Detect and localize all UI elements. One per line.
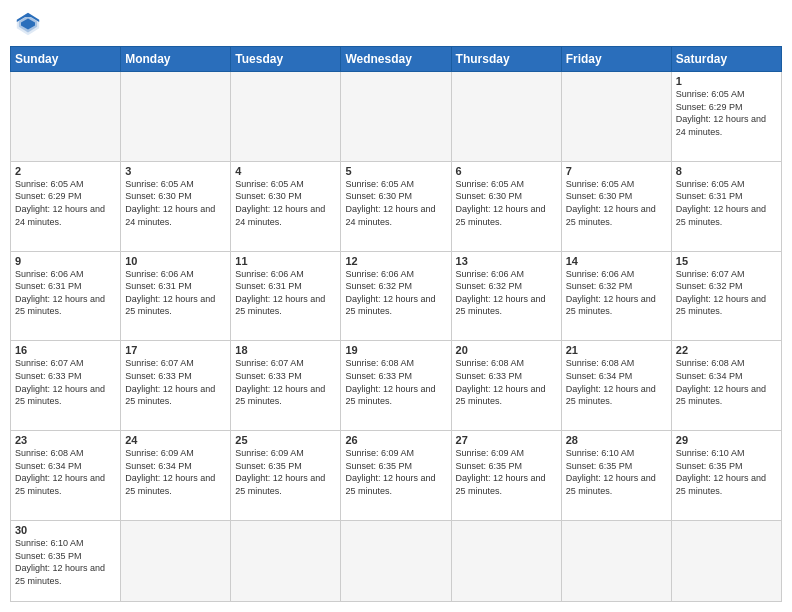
calendar-week-0: 1Sunrise: 6:05 AM Sunset: 6:29 PM Daylig… (11, 72, 782, 162)
day-info: Sunrise: 6:06 AM Sunset: 6:31 PM Dayligh… (125, 268, 226, 318)
calendar-week-1: 2Sunrise: 6:05 AM Sunset: 6:29 PM Daylig… (11, 161, 782, 251)
day-number: 5 (345, 165, 446, 177)
day-info: Sunrise: 6:06 AM Sunset: 6:32 PM Dayligh… (566, 268, 667, 318)
calendar-cell: 8Sunrise: 6:05 AM Sunset: 6:31 PM Daylig… (671, 161, 781, 251)
day-number: 17 (125, 344, 226, 356)
calendar: SundayMondayTuesdayWednesdayThursdayFrid… (10, 46, 782, 602)
day-number: 23 (15, 434, 116, 446)
day-info: Sunrise: 6:07 AM Sunset: 6:33 PM Dayligh… (235, 357, 336, 407)
header (10, 10, 782, 38)
day-info: Sunrise: 6:08 AM Sunset: 6:34 PM Dayligh… (566, 357, 667, 407)
day-number: 22 (676, 344, 777, 356)
day-info: Sunrise: 6:08 AM Sunset: 6:33 PM Dayligh… (456, 357, 557, 407)
day-info: Sunrise: 6:05 AM Sunset: 6:30 PM Dayligh… (566, 178, 667, 228)
calendar-cell: 27Sunrise: 6:09 AM Sunset: 6:35 PM Dayli… (451, 431, 561, 521)
day-info: Sunrise: 6:07 AM Sunset: 6:33 PM Dayligh… (15, 357, 116, 407)
day-header-tuesday: Tuesday (231, 47, 341, 72)
day-number: 25 (235, 434, 336, 446)
calendar-cell: 25Sunrise: 6:09 AM Sunset: 6:35 PM Dayli… (231, 431, 341, 521)
day-info: Sunrise: 6:10 AM Sunset: 6:35 PM Dayligh… (676, 447, 777, 497)
calendar-cell: 22Sunrise: 6:08 AM Sunset: 6:34 PM Dayli… (671, 341, 781, 431)
calendar-cell: 29Sunrise: 6:10 AM Sunset: 6:35 PM Dayli… (671, 431, 781, 521)
day-info: Sunrise: 6:09 AM Sunset: 6:34 PM Dayligh… (125, 447, 226, 497)
day-number: 14 (566, 255, 667, 267)
calendar-cell: 17Sunrise: 6:07 AM Sunset: 6:33 PM Dayli… (121, 341, 231, 431)
calendar-cell (561, 72, 671, 162)
day-number: 7 (566, 165, 667, 177)
day-header-saturday: Saturday (671, 47, 781, 72)
calendar-week-4: 23Sunrise: 6:08 AM Sunset: 6:34 PM Dayli… (11, 431, 782, 521)
day-info: Sunrise: 6:06 AM Sunset: 6:32 PM Dayligh… (345, 268, 446, 318)
day-number: 13 (456, 255, 557, 267)
day-number: 10 (125, 255, 226, 267)
day-info: Sunrise: 6:05 AM Sunset: 6:30 PM Dayligh… (235, 178, 336, 228)
calendar-week-5: 30Sunrise: 6:10 AM Sunset: 6:35 PM Dayli… (11, 520, 782, 601)
calendar-cell: 24Sunrise: 6:09 AM Sunset: 6:34 PM Dayli… (121, 431, 231, 521)
day-number: 4 (235, 165, 336, 177)
day-info: Sunrise: 6:06 AM Sunset: 6:31 PM Dayligh… (235, 268, 336, 318)
calendar-cell: 9Sunrise: 6:06 AM Sunset: 6:31 PM Daylig… (11, 251, 121, 341)
page: SundayMondayTuesdayWednesdayThursdayFrid… (0, 0, 792, 612)
day-info: Sunrise: 6:10 AM Sunset: 6:35 PM Dayligh… (566, 447, 667, 497)
day-info: Sunrise: 6:08 AM Sunset: 6:34 PM Dayligh… (676, 357, 777, 407)
calendar-cell: 23Sunrise: 6:08 AM Sunset: 6:34 PM Dayli… (11, 431, 121, 521)
day-header-sunday: Sunday (11, 47, 121, 72)
logo-icon (14, 10, 42, 38)
calendar-cell: 12Sunrise: 6:06 AM Sunset: 6:32 PM Dayli… (341, 251, 451, 341)
day-number: 28 (566, 434, 667, 446)
day-header-monday: Monday (121, 47, 231, 72)
day-number: 3 (125, 165, 226, 177)
calendar-cell: 14Sunrise: 6:06 AM Sunset: 6:32 PM Dayli… (561, 251, 671, 341)
calendar-cell: 5Sunrise: 6:05 AM Sunset: 6:30 PM Daylig… (341, 161, 451, 251)
calendar-cell: 20Sunrise: 6:08 AM Sunset: 6:33 PM Dayli… (451, 341, 561, 431)
day-number: 19 (345, 344, 446, 356)
calendar-cell: 1Sunrise: 6:05 AM Sunset: 6:29 PM Daylig… (671, 72, 781, 162)
day-header-wednesday: Wednesday (341, 47, 451, 72)
day-info: Sunrise: 6:05 AM Sunset: 6:30 PM Dayligh… (345, 178, 446, 228)
day-info: Sunrise: 6:05 AM Sunset: 6:31 PM Dayligh… (676, 178, 777, 228)
calendar-cell: 19Sunrise: 6:08 AM Sunset: 6:33 PM Dayli… (341, 341, 451, 431)
day-number: 24 (125, 434, 226, 446)
day-number: 6 (456, 165, 557, 177)
day-number: 8 (676, 165, 777, 177)
day-info: Sunrise: 6:09 AM Sunset: 6:35 PM Dayligh… (345, 447, 446, 497)
calendar-cell (341, 72, 451, 162)
calendar-cell (341, 520, 451, 601)
calendar-cell (121, 72, 231, 162)
calendar-cell (671, 520, 781, 601)
calendar-cell: 10Sunrise: 6:06 AM Sunset: 6:31 PM Dayli… (121, 251, 231, 341)
day-info: Sunrise: 6:07 AM Sunset: 6:33 PM Dayligh… (125, 357, 226, 407)
day-number: 15 (676, 255, 777, 267)
calendar-cell: 21Sunrise: 6:08 AM Sunset: 6:34 PM Dayli… (561, 341, 671, 431)
calendar-header-row: SundayMondayTuesdayWednesdayThursdayFrid… (11, 47, 782, 72)
calendar-cell (231, 72, 341, 162)
calendar-cell (561, 520, 671, 601)
day-info: Sunrise: 6:05 AM Sunset: 6:29 PM Dayligh… (676, 88, 777, 138)
day-info: Sunrise: 6:10 AM Sunset: 6:35 PM Dayligh… (15, 537, 116, 587)
calendar-cell (11, 72, 121, 162)
calendar-cell (121, 520, 231, 601)
day-header-friday: Friday (561, 47, 671, 72)
calendar-cell: 6Sunrise: 6:05 AM Sunset: 6:30 PM Daylig… (451, 161, 561, 251)
calendar-cell (451, 520, 561, 601)
calendar-cell: 28Sunrise: 6:10 AM Sunset: 6:35 PM Dayli… (561, 431, 671, 521)
day-info: Sunrise: 6:06 AM Sunset: 6:32 PM Dayligh… (456, 268, 557, 318)
day-info: Sunrise: 6:07 AM Sunset: 6:32 PM Dayligh… (676, 268, 777, 318)
calendar-week-3: 16Sunrise: 6:07 AM Sunset: 6:33 PM Dayli… (11, 341, 782, 431)
calendar-cell: 16Sunrise: 6:07 AM Sunset: 6:33 PM Dayli… (11, 341, 121, 431)
day-info: Sunrise: 6:09 AM Sunset: 6:35 PM Dayligh… (235, 447, 336, 497)
calendar-week-2: 9Sunrise: 6:06 AM Sunset: 6:31 PM Daylig… (11, 251, 782, 341)
calendar-cell: 3Sunrise: 6:05 AM Sunset: 6:30 PM Daylig… (121, 161, 231, 251)
calendar-cell: 7Sunrise: 6:05 AM Sunset: 6:30 PM Daylig… (561, 161, 671, 251)
calendar-cell: 2Sunrise: 6:05 AM Sunset: 6:29 PM Daylig… (11, 161, 121, 251)
day-info: Sunrise: 6:06 AM Sunset: 6:31 PM Dayligh… (15, 268, 116, 318)
day-info: Sunrise: 6:08 AM Sunset: 6:33 PM Dayligh… (345, 357, 446, 407)
day-number: 16 (15, 344, 116, 356)
day-number: 29 (676, 434, 777, 446)
day-number: 30 (15, 524, 116, 536)
day-number: 18 (235, 344, 336, 356)
day-info: Sunrise: 6:05 AM Sunset: 6:30 PM Dayligh… (125, 178, 226, 228)
day-number: 9 (15, 255, 116, 267)
day-number: 27 (456, 434, 557, 446)
day-number: 2 (15, 165, 116, 177)
